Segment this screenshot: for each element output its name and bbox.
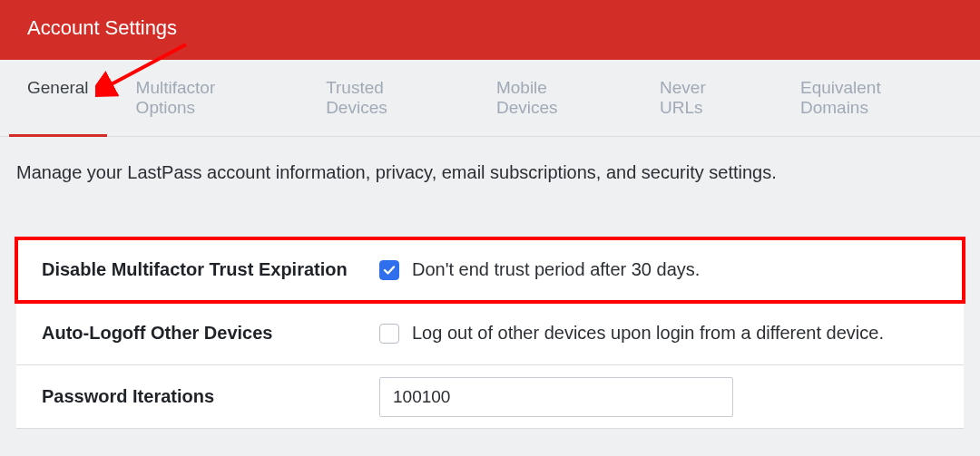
settings-table: Disable Multifactor Trust Expiration Don…	[16, 238, 964, 429]
tab-bar: General Multifactor Options Trusted Devi…	[0, 60, 980, 137]
setting-label: Auto-Logoff Other Devices	[16, 317, 379, 349]
setting-control	[379, 377, 964, 417]
tab-equivalent-domains[interactable]: Equivalent Domains	[791, 60, 962, 136]
tab-label: Trusted Devices	[326, 78, 387, 117]
setting-control: Log out of other devices upon login from…	[379, 323, 964, 344]
tab-mobile-devices[interactable]: Mobile Devices	[487, 60, 622, 136]
setting-row-auto-logoff: Auto-Logoff Other Devices Log out of oth…	[16, 302, 964, 365]
password-iterations-input[interactable]	[379, 377, 733, 417]
tab-label: Equivalent Domains	[800, 78, 881, 117]
disable-multifactor-trust-checkbox[interactable]	[379, 260, 399, 280]
tab-description: Manage your LastPass account information…	[0, 137, 980, 238]
tab-label: Mobile Devices	[496, 78, 558, 117]
setting-row-disable-multifactor-trust: Disable Multifactor Trust Expiration Don…	[16, 238, 964, 302]
setting-label: Password Iterations	[16, 381, 379, 412]
page-title: Account Settings	[27, 16, 177, 39]
tab-never-urls[interactable]: Never URLs	[651, 60, 762, 136]
setting-row-password-iterations: Password Iterations	[16, 365, 964, 429]
auto-logoff-checkbox[interactable]	[379, 324, 399, 344]
check-icon	[383, 264, 396, 277]
checkbox-label: Don't end trust period after 30 days.	[412, 259, 700, 280]
tab-general[interactable]: General	[18, 60, 98, 136]
checkbox-label: Log out of other devices upon login from…	[412, 323, 884, 344]
setting-label: Disable Multifactor Trust Expiration	[16, 254, 379, 286]
tab-label: General	[27, 78, 89, 97]
tab-label: Never URLs	[660, 78, 706, 117]
page-header: Account Settings	[0, 0, 980, 60]
tab-trusted-devices[interactable]: Trusted Devices	[317, 60, 458, 136]
tab-label: Multifactor Options	[136, 78, 216, 117]
setting-control: Don't end trust period after 30 days.	[379, 259, 964, 280]
tab-multifactor-options[interactable]: Multifactor Options	[127, 60, 289, 136]
